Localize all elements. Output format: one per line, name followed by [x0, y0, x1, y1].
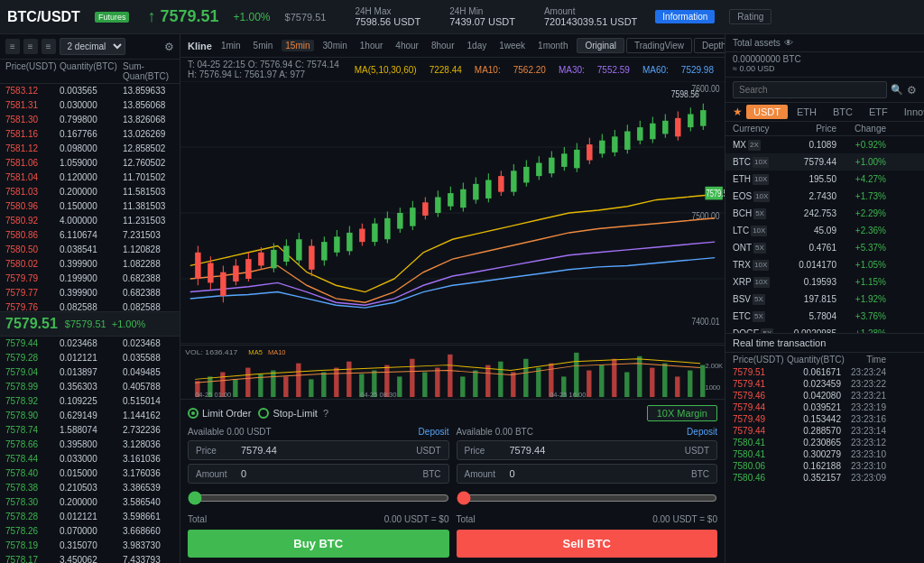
market-row[interactable]: MX 2X 0.1089 +0.92% [725, 136, 924, 153]
time-btn-1day[interactable]: 1day [464, 40, 491, 51]
market-row[interactable]: BCH 5X 242.753 +2.29% [725, 205, 924, 222]
ask-row[interactable]: 7581.310.03000013.856068 [0, 98, 180, 113]
ask-row[interactable]: 7579.760.0825880.082588 [0, 300, 180, 311]
time-btn-1month[interactable]: 1month [534, 40, 571, 51]
chart-type-depth[interactable]: Depth [694, 38, 725, 53]
ask-row[interactable]: 7581.160.16776613.026269 [0, 127, 180, 142]
buy-amount-field[interactable] [241, 468, 423, 479]
tab-eth[interactable]: ETH [790, 105, 824, 119]
rt-qty: 0.039521 [787, 402, 841, 412]
stat-24h-max: 24H Max 7598.56 USDT [355, 6, 420, 27]
favorite-star-button[interactable]: ★ [731, 106, 744, 118]
ask-row[interactable]: 7581.120.09800012.858502 [0, 142, 180, 156]
bid-row[interactable]: 7578.741.5880742.732236 [0, 423, 180, 438]
rt-price: 7580.46 [733, 473, 787, 483]
market-row[interactable]: EOS 10X 2.7430 +1.73% [725, 188, 924, 205]
bid-row[interactable]: 7578.920.1092250.515014 [0, 394, 180, 409]
market-row[interactable]: BSV 5X 197.815 +1.92% [725, 291, 924, 308]
ask-sum: 11.581503 [123, 186, 177, 198]
sell-button[interactable]: Sell BTC [457, 530, 718, 558]
app-container: BTC/USDT Futures ↑ 7579.51 +1.00% $7579.… [0, 0, 924, 563]
time-btn-1min[interactable]: 1min [217, 40, 245, 51]
ask-row[interactable]: 7581.030.20000011.581503 [0, 185, 180, 199]
ask-row[interactable]: 7580.500.0385411.120828 [0, 243, 180, 257]
margin-button[interactable]: 10X Margin [647, 405, 717, 421]
buy-button[interactable]: Buy BTC [188, 530, 449, 558]
market-settings-icon[interactable]: ⚙ [907, 84, 917, 97]
time-btn-8hour[interactable]: 8hour [428, 40, 458, 51]
chart-type-tradingview[interactable]: TradingView [626, 38, 692, 53]
time-btn-1hour[interactable]: 1hour [356, 40, 387, 51]
sell-slider[interactable] [457, 491, 718, 505]
tab-innovation[interactable]: Innovation [897, 105, 924, 119]
sell-deposit-link[interactable]: Deposit [687, 427, 717, 437]
svg-rect-104 [296, 364, 300, 397]
svg-rect-132 [650, 368, 654, 397]
information-button[interactable]: Information [655, 10, 715, 23]
market-row[interactable]: ONT 5X 0.4761 +5.37% [725, 239, 924, 256]
stop-limit-radio[interactable]: Stop-Limit ? [258, 408, 328, 419]
bid-row[interactable]: 7579.280.0121210.035588 [0, 351, 180, 365]
chart-ma5-value: 7228.44 [430, 65, 462, 75]
limit-order-radio[interactable]: Limit Order [188, 408, 251, 419]
ask-row[interactable]: 7580.866.1106747.231503 [0, 228, 180, 243]
bid-row[interactable]: 7578.260.0700003.668660 [0, 524, 180, 539]
assets-header: Total assets 👁 [725, 34, 924, 52]
buy-deposit-link[interactable]: Deposit [419, 427, 449, 437]
ask-row[interactable]: 7581.061.05900012.760502 [0, 156, 180, 171]
bid-row[interactable]: 7578.280.0121213.598661 [0, 510, 180, 524]
time-btn-15min[interactable]: 15min [282, 40, 313, 51]
svg-text:1000: 1000 [705, 383, 720, 392]
ask-row[interactable]: 7580.020.3999001.082288 [0, 257, 180, 272]
orderbook-view-btn-1[interactable]: ≡ [5, 39, 20, 54]
bid-row[interactable]: 7578.990.3563030.405788 [0, 380, 180, 394]
sell-total-row: Total 0.00 USDT = $0 [457, 514, 718, 524]
bid-row[interactable]: 7578.300.2000003.586540 [0, 495, 180, 510]
ask-price: 7581.06 [5, 157, 60, 170]
bid-row[interactable]: 7578.380.2105033.386539 [0, 481, 180, 495]
tab-btc[interactable]: BTC [826, 105, 860, 119]
ask-row[interactable]: 7579.770.3999000.682388 [0, 286, 180, 300]
buy-price-field[interactable] [241, 445, 416, 456]
time-btn-5min[interactable]: 5min [250, 40, 277, 51]
market-row[interactable]: XRP 10X 0.19593 +1.15% [725, 273, 924, 291]
ask-row[interactable]: 7579.790.1999000.682388 [0, 272, 180, 286]
time-btn-30min[interactable]: 30min [319, 40, 351, 51]
market-row[interactable]: ETH 10X 195.50 +4.27% [725, 171, 924, 188]
bid-row[interactable]: 7578.900.6291491.144162 [0, 409, 180, 423]
market-row[interactable]: ETC 5X 5.7804 +3.76% [725, 308, 924, 325]
search-input[interactable] [733, 81, 887, 98]
ask-row[interactable]: 7583.120.00356513.859633 [0, 84, 180, 98]
bid-row[interactable]: 7579.040.0138970.049485 [0, 365, 180, 380]
orderbook-view-btn-3[interactable]: ≡ [42, 39, 56, 54]
ask-row[interactable]: 7580.960.15000011.381503 [0, 199, 180, 214]
chart-type-original[interactable]: Original [577, 38, 624, 53]
market-row[interactable]: DOGE 5X 0.0020985 +1.28% [725, 325, 924, 333]
rating-button[interactable]: Rating [729, 9, 772, 24]
market-row[interactable]: TRX 10X 0.014170 +1.05% [725, 256, 924, 273]
buy-slider[interactable] [188, 491, 449, 505]
bid-row[interactable]: 7578.173.4500627.433793 [0, 553, 180, 564]
ask-row[interactable]: 7581.040.12000011.701502 [0, 171, 180, 185]
svg-rect-119 [485, 365, 490, 397]
ask-row[interactable]: 7581.300.79980013.826068 [0, 113, 180, 127]
leverage-badge: 10X [753, 260, 769, 271]
market-row[interactable]: LTC 10X 45.09 +2.36% [725, 222, 924, 239]
sell-price-field[interactable] [510, 445, 685, 456]
orderbook-view-btn-2[interactable]: ≡ [23, 39, 38, 54]
sell-amount-field[interactable] [510, 468, 692, 479]
bid-row[interactable]: 7578.400.0150003.176036 [0, 466, 180, 481]
bid-row[interactable]: 7579.440.0234680.023468 [0, 337, 180, 351]
ask-row[interactable]: 7580.924.00000011.231503 [0, 214, 180, 228]
bid-row[interactable]: 7578.190.3150703.983730 [0, 539, 180, 553]
market-row[interactable]: BTC 10X 7579.44 +1.00% [725, 153, 924, 171]
time-btn-1week[interactable]: 1week [495, 40, 529, 51]
tab-etf[interactable]: ETF [862, 105, 895, 119]
leverage-badge: 10X [753, 174, 769, 185]
bid-row[interactable]: 7578.660.3958003.128036 [0, 438, 180, 452]
bid-row[interactable]: 7578.440.0330003.161036 [0, 452, 180, 466]
time-btn-4hour[interactable]: 4hour [392, 40, 422, 51]
decimal-select[interactable]: 2 decimal 1 decimal 0 decimal [60, 38, 125, 55]
orderbook-settings-icon[interactable]: ⚙ [164, 41, 174, 53]
tab-usdt[interactable]: USDT [746, 105, 788, 119]
